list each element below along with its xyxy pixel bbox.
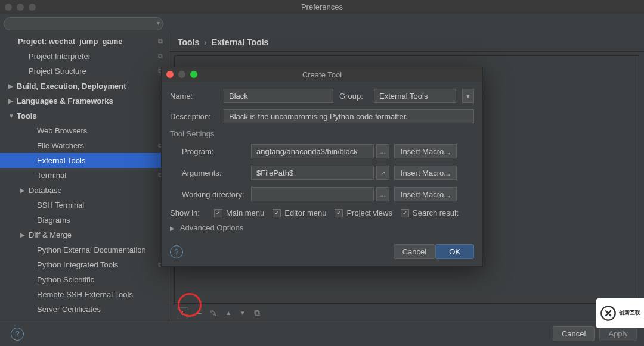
sidebar-item-terminal[interactable]: ▶Terminal⧉ bbox=[0, 168, 169, 183]
group-select[interactable]: External Tools bbox=[374, 89, 456, 103]
checkbox-label: Search result bbox=[413, 208, 459, 217]
insert-macro-program-button[interactable]: Insert Macro... bbox=[394, 144, 457, 158]
breadcrumb-root[interactable]: Tools bbox=[178, 38, 199, 47]
sidebar-item-label: Project Interpreter bbox=[29, 52, 91, 61]
sidebar-item-diff-merge[interactable]: ▶Diff & Merge bbox=[0, 227, 169, 242]
copy-button[interactable]: ⧉ bbox=[254, 308, 260, 318]
program-input[interactable] bbox=[251, 144, 374, 158]
description-label: Description: bbox=[170, 112, 218, 121]
chevron-right-icon: ▶ bbox=[20, 232, 29, 238]
zoom-dialog-icon[interactable] bbox=[190, 71, 197, 78]
sidebar-item-label: Python Scientific bbox=[37, 275, 94, 284]
dialog-help-button[interactable]: ? bbox=[170, 245, 183, 258]
arguments-label: Arguments: bbox=[170, 169, 251, 177]
browse-program-button[interactable]: … bbox=[376, 144, 389, 158]
sidebar-item-python-scientific[interactable]: ▶Python Scientific bbox=[0, 272, 169, 287]
workdir-input[interactable] bbox=[251, 187, 374, 201]
apply-button[interactable]: Apply bbox=[599, 326, 637, 341]
sidebar-item-label: Web Browsers bbox=[37, 126, 87, 135]
sidebar-item-label: Languages & Frameworks bbox=[17, 96, 113, 105]
sidebar-item-label: SSH Terminal bbox=[37, 201, 84, 210]
group-label: Group: bbox=[339, 92, 368, 101]
insert-macro-workdir-button[interactable]: Insert Macro... bbox=[394, 187, 457, 201]
arguments-input[interactable] bbox=[251, 166, 374, 180]
checkbox-label: Editor menu bbox=[284, 208, 326, 217]
chevron-down-icon[interactable]: ▼ bbox=[462, 89, 474, 103]
breadcrumb: Tools › External Tools bbox=[169, 33, 644, 52]
sidebar-item-label: Project Structure bbox=[29, 67, 86, 76]
edit-button[interactable]: ✎ bbox=[210, 308, 217, 318]
showin-label: Show in: bbox=[170, 208, 206, 217]
description-input[interactable] bbox=[224, 109, 474, 123]
name-input[interactable] bbox=[224, 89, 333, 103]
search-history-icon[interactable]: ▾ bbox=[157, 20, 160, 26]
help-button[interactable]: ? bbox=[11, 328, 24, 341]
create-tool-dialog: Create Tool Name: Group: External Tools … bbox=[161, 67, 483, 267]
preferences-sidebar: Project: wechat_jump_game ⧉ Project Inte… bbox=[0, 33, 169, 322]
sidebar-item-external-tools[interactable]: ▶External Tools bbox=[0, 153, 169, 168]
showin-editor-menu-checkbox[interactable]: ✓Editor menu bbox=[273, 208, 326, 217]
sidebar-item-python-external-doc[interactable]: ▶Python External Documentation bbox=[0, 242, 169, 257]
sidebar-item-database[interactable]: ▶Database bbox=[0, 183, 169, 198]
breadcrumb-separator-icon: › bbox=[204, 38, 207, 47]
showin-project-views-checkbox[interactable]: ✓Project views bbox=[335, 208, 392, 217]
dialog-ok-button[interactable]: OK bbox=[435, 244, 474, 259]
window-titlebar: Preferences bbox=[0, 0, 644, 14]
sidebar-item-label: Tools bbox=[17, 111, 37, 120]
sidebar-item-label: Database bbox=[29, 186, 62, 195]
sidebar-item-file-watchers[interactable]: ▶File Watchers⧉ bbox=[0, 138, 169, 153]
move-up-button[interactable]: ▲ bbox=[225, 310, 231, 316]
showin-search-result-checkbox[interactable]: ✓Search result bbox=[401, 208, 459, 217]
sidebar-item-label: External Tools bbox=[37, 156, 85, 165]
window-title: Preferences bbox=[301, 2, 343, 11]
sidebar-item-web-browsers[interactable]: ▶Web Browsers bbox=[0, 123, 169, 138]
chevron-right-icon: ▶ bbox=[8, 83, 17, 89]
copy-icon: ⧉ bbox=[158, 38, 163, 45]
zoom-window-icon[interactable] bbox=[29, 4, 36, 11]
sidebar-item-server-certs[interactable]: ▶Server Certificates bbox=[0, 302, 169, 317]
copy-icon: ⧉ bbox=[158, 52, 163, 60]
sidebar-section-build[interactable]: ▶ Build, Execution, Deployment bbox=[0, 79, 169, 93]
advanced-options-toggle[interactable]: ▶ Advanced Options bbox=[170, 223, 474, 232]
sidebar-item-python-integrated[interactable]: ▶Python Integrated Tools⧉ bbox=[0, 257, 169, 272]
checkmark-icon: ✓ bbox=[214, 209, 222, 217]
sidebar-item-label: Python External Documentation bbox=[37, 245, 146, 254]
sidebar-section-languages[interactable]: ▶ Languages & Frameworks bbox=[0, 93, 169, 108]
search-input[interactable] bbox=[4, 17, 163, 30]
checkbox-label: Project views bbox=[346, 208, 392, 217]
checkmark-icon: ✓ bbox=[401, 209, 409, 217]
expand-arguments-button[interactable]: ↗ bbox=[376, 166, 389, 180]
sidebar-item-project-structure[interactable]: Project Structure ⧉ bbox=[0, 64, 169, 79]
sidebar-project-label: Project: wechat_jump_game bbox=[18, 37, 123, 46]
insert-macro-arguments-button[interactable]: Insert Macro... bbox=[394, 166, 457, 180]
cancel-button[interactable]: Cancel bbox=[553, 326, 595, 341]
sidebar-project-root[interactable]: Project: wechat_jump_game ⧉ bbox=[0, 34, 169, 49]
search-row: ⌕ ▾ bbox=[0, 14, 644, 33]
list-toolbar: + − ✎ ▲ ▼ ⧉ bbox=[169, 304, 644, 322]
sidebar-item-ssh-terminal[interactable]: ▶SSH Terminal bbox=[0, 198, 169, 213]
watermark-logo-icon bbox=[600, 305, 617, 322]
close-window-icon[interactable] bbox=[5, 4, 12, 11]
close-dialog-icon[interactable] bbox=[166, 71, 174, 78]
add-button[interactable]: + bbox=[177, 307, 188, 319]
tool-settings-label: Tool Settings bbox=[170, 129, 474, 138]
advanced-options-label: Advanced Options bbox=[180, 223, 243, 232]
sidebar-section-tools[interactable]: ▼ Tools bbox=[0, 108, 169, 123]
sidebar-item-remote-ssh[interactable]: ▶Remote SSH External Tools bbox=[0, 287, 169, 302]
chevron-right-icon: ▶ bbox=[20, 187, 29, 194]
sidebar-item-label: File Watchers bbox=[37, 141, 84, 150]
sidebar-item-label: Python Integrated Tools bbox=[37, 260, 118, 269]
showin-main-menu-checkbox[interactable]: ✓Main menu bbox=[214, 208, 264, 217]
sidebar-item-diagrams[interactable]: ▶Diagrams bbox=[0, 213, 169, 227]
watermark: 创新互联 bbox=[596, 298, 644, 328]
minimize-window-icon[interactable] bbox=[17, 4, 24, 11]
workdir-label: Working directory: bbox=[170, 190, 251, 199]
dialog-cancel-button[interactable]: Cancel bbox=[394, 244, 435, 259]
sidebar-item-label: Remote SSH External Tools bbox=[37, 290, 133, 299]
move-down-button[interactable]: ▼ bbox=[240, 310, 246, 316]
sidebar-item-project-interpreter[interactable]: Project Interpreter ⧉ bbox=[0, 49, 169, 64]
remove-button[interactable]: − bbox=[197, 308, 202, 318]
name-label: Name: bbox=[170, 92, 218, 101]
browse-workdir-button[interactable]: … bbox=[376, 187, 389, 201]
sidebar-item-label: Diagrams bbox=[37, 216, 70, 225]
